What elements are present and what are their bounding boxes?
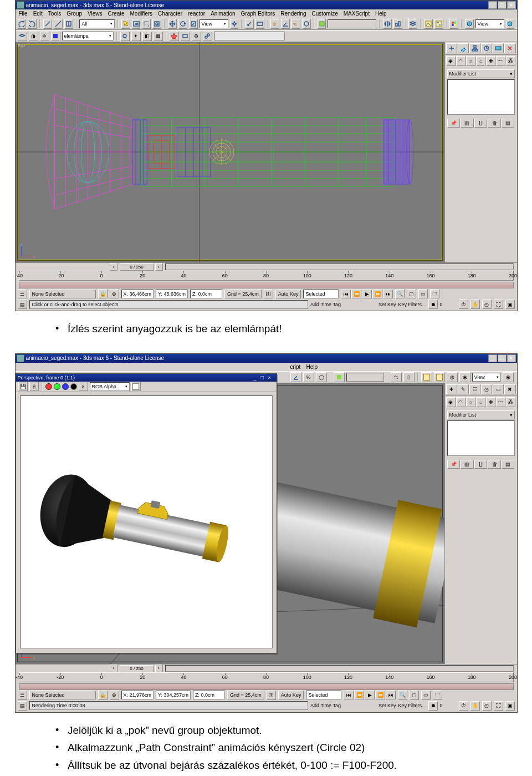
tab-hierarchy-icon[interactable] bbox=[469, 43, 480, 53]
nav-misc-icon[interactable]: ▣ bbox=[505, 701, 515, 711]
render-max-button[interactable]: □ bbox=[261, 375, 268, 381]
layer-tool-icon[interactable] bbox=[18, 32, 27, 41]
align-icon[interactable] bbox=[393, 19, 402, 29]
script-field[interactable] bbox=[214, 32, 285, 40]
nav-minmax-icon[interactable]: ⛶ bbox=[494, 701, 503, 711]
channel-r-icon[interactable] bbox=[45, 383, 52, 390]
menu-modifiers[interactable]: Modifiers bbox=[130, 11, 153, 17]
sub-space-icon[interactable]: 〰 bbox=[496, 397, 505, 407]
named-selset-icon[interactable] bbox=[318, 19, 326, 29]
tab-display-icon[interactable] bbox=[493, 43, 504, 53]
nav-region-icon[interactable]: ⬚ bbox=[430, 289, 439, 298]
percent-snap-icon[interactable]: % bbox=[303, 372, 314, 382]
lock-icon[interactable]: 🔒 bbox=[98, 289, 108, 298]
autokey-button[interactable]: Auto Key bbox=[275, 290, 301, 298]
menu-views[interactable]: Views bbox=[88, 11, 103, 17]
layers-icon[interactable] bbox=[408, 19, 417, 29]
render-close-button[interactable]: × bbox=[268, 375, 275, 381]
keyfilters-button[interactable]: Key Filters... bbox=[398, 703, 426, 708]
mirror-icon[interactable]: ⇋ bbox=[391, 372, 402, 382]
prev-frame-button[interactable]: ‹ bbox=[110, 665, 117, 672]
sub-shape-icon[interactable]: ◠ bbox=[456, 397, 466, 407]
listener-icon[interactable]: ▤ bbox=[18, 300, 27, 309]
z-field[interactable]: Z: 0,0cm bbox=[190, 290, 222, 298]
remove-mod-icon[interactable]: 🗑 bbox=[488, 460, 501, 469]
extras1-icon[interactable] bbox=[170, 32, 179, 41]
prev-frame-button[interactable]: ‹ bbox=[110, 263, 117, 271]
keyfilters-button[interactable]: Key Filters... bbox=[398, 302, 426, 307]
bind-icon[interactable] bbox=[64, 19, 73, 29]
clone-icon[interactable]: ⎘ bbox=[29, 382, 39, 391]
play-icon[interactable]: ▶ bbox=[365, 691, 375, 699]
manipulate-icon[interactable] bbox=[245, 19, 254, 29]
sub-system-icon[interactable]: ⁂ bbox=[506, 56, 515, 66]
menu-edit[interactable]: Edit bbox=[33, 11, 43, 17]
minimize-button[interactable]: _ bbox=[488, 1, 497, 9]
z-field[interactable]: Z: 0,0cm bbox=[193, 691, 225, 699]
goto-start-icon[interactable]: ⏮ bbox=[341, 290, 351, 298]
sub-shape-icon[interactable]: ◠ bbox=[456, 56, 466, 66]
spinner-snap-icon[interactable] bbox=[302, 19, 311, 29]
menu-customize[interactable]: Customize bbox=[311, 11, 337, 17]
close-button[interactable]: × bbox=[507, 354, 516, 362]
configure-icon[interactable]: ▤ bbox=[502, 119, 515, 128]
link-icon[interactable] bbox=[43, 19, 52, 29]
key-icon[interactable]: ⚿ bbox=[267, 691, 276, 700]
make-unique-icon[interactable]: ∐ bbox=[474, 119, 488, 128]
named-selset-field[interactable] bbox=[346, 373, 384, 382]
schematic-icon[interactable] bbox=[434, 19, 443, 29]
sub-primitive-icon[interactable]: ◉ bbox=[446, 397, 456, 407]
angle-snap-icon[interactable] bbox=[290, 372, 301, 382]
material-editor-icon[interactable] bbox=[449, 19, 458, 29]
next-key-icon[interactable]: ⏩ bbox=[372, 290, 382, 298]
nav-arc-icon[interactable]: ◴ bbox=[482, 701, 492, 711]
nav-fov-icon[interactable]: ▭ bbox=[418, 289, 428, 298]
menu-group[interactable]: Group bbox=[66, 11, 82, 17]
y-field[interactable]: Y: 304,257cm bbox=[156, 691, 191, 699]
select-region-icon[interactable] bbox=[142, 19, 151, 29]
channel-g-icon[interactable] bbox=[54, 383, 60, 390]
window-crossing-icon[interactable] bbox=[152, 19, 161, 29]
modifier-stack-list[interactable] bbox=[447, 420, 515, 456]
goto-end-icon[interactable]: ⏭ bbox=[383, 290, 393, 298]
viewport-top[interactable]: Top bbox=[16, 42, 444, 262]
x-field[interactable]: X: 36,466cm bbox=[121, 290, 154, 298]
configure-icon[interactable]: ▤ bbox=[502, 460, 515, 469]
render-scene-icon[interactable] bbox=[465, 19, 474, 29]
layer-tool2-icon[interactable]: ◑ bbox=[29, 32, 38, 41]
time-slider-thumb[interactable]: 0 / 250 bbox=[120, 263, 154, 271]
align-icon[interactable]: ▯ bbox=[403, 372, 415, 382]
sub-camera-icon[interactable]: ⌕ bbox=[476, 397, 485, 407]
unlink-icon[interactable] bbox=[54, 19, 63, 29]
key-mode-icon[interactable]: ⏺ bbox=[428, 300, 438, 309]
menu-help[interactable]: Help bbox=[375, 11, 387, 17]
pin-stack-icon[interactable]: 📌 bbox=[447, 460, 461, 469]
nav-minmax-icon[interactable]: ⛶ bbox=[494, 300, 503, 309]
time-slider-thumb[interactable]: 0 / 250 bbox=[120, 665, 154, 672]
frame-field[interactable]: 0 bbox=[440, 703, 457, 708]
extras3-icon[interactable]: ⚙ bbox=[192, 32, 201, 41]
layer-color-icon[interactable] bbox=[51, 32, 60, 41]
menu-tools[interactable]: Tools bbox=[48, 11, 61, 17]
sub-light-icon[interactable]: ☼ bbox=[466, 56, 475, 66]
keymode-dropdown[interactable]: Selected bbox=[303, 290, 339, 298]
mirror-icon[interactable] bbox=[383, 19, 392, 29]
render-scene-icon[interactable]: ◉ bbox=[459, 372, 470, 382]
sub-helper-icon[interactable]: ✚ bbox=[486, 56, 495, 66]
menu-help-2[interactable]: Help bbox=[306, 364, 318, 370]
render-view-dropdown[interactable]: View▾ bbox=[472, 373, 501, 382]
lock-icon[interactable]: 🔒 bbox=[98, 691, 108, 700]
menu-script-partial[interactable]: cript bbox=[290, 364, 301, 370]
ref-coord-dropdown[interactable]: View▾ bbox=[200, 19, 228, 28]
tab-modify-icon[interactable]: ✎ bbox=[458, 384, 469, 394]
named-selset-field[interactable] bbox=[328, 19, 376, 28]
menu-reactor[interactable]: reactor bbox=[188, 11, 205, 17]
named-selection-dropdown[interactable]: elemlámpa▾ bbox=[62, 32, 114, 40]
key-mode-icon[interactable]: ⏺ bbox=[428, 701, 438, 711]
save-image-icon[interactable]: 💾 bbox=[18, 382, 28, 391]
track-bar[interactable] bbox=[19, 282, 514, 288]
absolute-icon[interactable]: ⊕ bbox=[110, 691, 119, 700]
maximize-button[interactable]: □ bbox=[498, 1, 507, 9]
channel-b-icon[interactable] bbox=[62, 383, 69, 390]
tab-hierarchy-icon[interactable]: ☷ bbox=[469, 384, 480, 394]
